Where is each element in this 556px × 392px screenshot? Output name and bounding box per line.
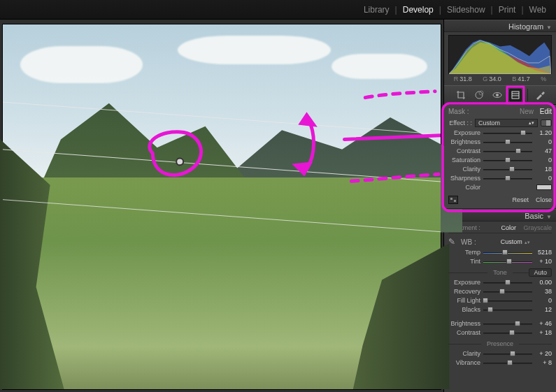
color-label: Color (448, 184, 480, 191)
nav-print[interactable]: Print (493, 0, 522, 20)
exposure-label: Exposure (448, 129, 480, 136)
spot-tool-icon[interactable] (473, 89, 485, 101)
graduated-filter-panel: Mask : New Edit Effect : Custom▴▾ Exposu… (444, 105, 556, 209)
basic-contrast-label: Contrast (448, 329, 480, 336)
image-viewport[interactable] (0, 20, 443, 392)
clarity-label: Clarity (448, 166, 480, 173)
photo-canvas[interactable] (2, 24, 441, 390)
svg-point-6 (496, 94, 499, 96)
annotation-circle (150, 132, 201, 175)
annotation-arrow-head-up (301, 115, 314, 125)
brightness-value: 0 (535, 138, 552, 145)
clarity-value: 18 (535, 166, 552, 173)
basic-exposure-slider[interactable] (483, 280, 532, 286)
svg-line-2 (3, 198, 441, 233)
tint-slider[interactable] (483, 259, 532, 265)
nav-library[interactable]: Library (358, 0, 395, 20)
vibrance-slider[interactable] (483, 360, 532, 366)
annotation-dash-top (365, 92, 435, 98)
exposure-slider[interactable] (483, 130, 532, 136)
vibrance-value: + 8 (535, 359, 552, 366)
temp-value: 5218 (535, 249, 552, 256)
saturation-value: 0 (535, 157, 552, 164)
recovery-slider[interactable] (483, 289, 532, 295)
basic-panel: Treatment : Color Grayscale ✎ WB : Custo… (444, 222, 556, 370)
contrast-slider[interactable] (483, 148, 532, 154)
sharpness-value: 0 (535, 175, 552, 182)
graduated-filter-tool-icon[interactable] (509, 89, 522, 101)
temp-label: Temp (448, 249, 480, 256)
sharpness-label: Sharpness (448, 175, 480, 182)
reset-button[interactable]: Reset (512, 196, 529, 203)
contrast-label: Contrast (448, 147, 480, 154)
svg-line-0 (3, 101, 441, 136)
svg-rect-7 (512, 92, 519, 99)
close-button[interactable]: Close (536, 196, 552, 203)
filllight-value: 0 (535, 297, 552, 304)
presence-section-label: Presence (487, 340, 513, 347)
gradient-overlay[interactable] (3, 24, 441, 389)
annotation-dash-bottom (351, 174, 439, 181)
tool-strip (444, 85, 556, 105)
exposure-value: 1.20 (535, 129, 552, 136)
mask-label: Mask : (448, 108, 469, 115)
histogram-graph[interactable] (448, 35, 552, 74)
basic-brightness-label: Brightness (448, 320, 480, 327)
wb-dropdown[interactable]: Custom▴▾ (479, 238, 552, 245)
mask-new-button[interactable]: New (520, 108, 534, 115)
panel-switch-icon[interactable] (448, 196, 458, 204)
crop-tool-icon[interactable] (455, 89, 467, 101)
filllight-label: Fill Light (448, 297, 480, 304)
basic-exposure-label: Exposure (448, 279, 480, 286)
treatment-color-button[interactable]: Color (501, 224, 516, 231)
histogram-panel: R31.8 G34.0 B41.7 % (444, 32, 556, 85)
filter-pin[interactable] (176, 158, 183, 165)
temp-slider[interactable] (483, 249, 532, 256)
tint-value: + 10 (535, 258, 552, 265)
brightness-slider[interactable] (483, 139, 532, 145)
redeye-tool-icon[interactable] (491, 89, 504, 101)
wb-label: WB : (461, 238, 476, 246)
right-panel: Histogram▼ R31.8 G34.0 B41.7 % (443, 20, 556, 392)
color-swatch[interactable] (536, 184, 552, 190)
module-picker-bar: Library| Develop| Slideshow| Print| Web (0, 0, 556, 20)
brightness-label: Brightness (448, 138, 480, 145)
histogram-header[interactable]: Histogram▼ (444, 20, 556, 32)
basic-exposure-value: 0.00 (535, 279, 552, 286)
basic-clarity-label: Clarity (448, 350, 480, 357)
blacks-slider[interactable] (483, 307, 532, 313)
basic-brightness-value: + 46 (535, 320, 552, 327)
nav-slideshow[interactable]: Slideshow (441, 0, 491, 20)
svg-line-1 (3, 148, 441, 183)
recovery-label: Recovery (448, 288, 480, 295)
clarity-slider[interactable] (483, 166, 532, 173)
saturation-slider[interactable] (483, 157, 532, 164)
effect-toggle[interactable] (541, 119, 552, 126)
svg-point-4 (479, 91, 483, 95)
nav-develop[interactable]: Develop (397, 0, 439, 20)
basic-contrast-slider[interactable] (483, 330, 532, 336)
module-nav: Library| Develop| Slideshow| Print| Web (358, 0, 552, 20)
auto-tone-button[interactable]: Auto (529, 268, 552, 277)
tint-label: Tint (448, 258, 480, 265)
sharpness-slider[interactable] (483, 175, 532, 182)
filllight-slider[interactable] (483, 298, 532, 304)
treatment-grayscale-button[interactable]: Grayscale (523, 224, 552, 231)
histogram-rgb-readout: R31.8 G34.0 B41.7 % (448, 74, 552, 84)
vibrance-label: Vibrance (448, 359, 480, 366)
basic-clarity-value: + 20 (535, 350, 552, 357)
basic-brightness-slider[interactable] (483, 321, 532, 327)
basic-contrast-value: + 18 (535, 329, 552, 336)
tone-section-label: Tone (493, 269, 507, 276)
brush-tool-icon[interactable] (534, 89, 546, 101)
wb-eyedropper-icon[interactable]: ✎ (448, 237, 458, 247)
annotation-line-mid (344, 134, 441, 139)
recovery-value: 38 (535, 288, 552, 295)
effect-dropdown[interactable]: Custom▴▾ (475, 119, 538, 127)
basic-clarity-slider[interactable] (483, 351, 532, 357)
effect-label: Effect : (448, 119, 472, 126)
nav-web[interactable]: Web (524, 0, 552, 20)
mask-edit-button[interactable]: Edit (540, 108, 552, 115)
blacks-label: Blacks (448, 306, 480, 313)
contrast-value: 47 (535, 147, 552, 154)
